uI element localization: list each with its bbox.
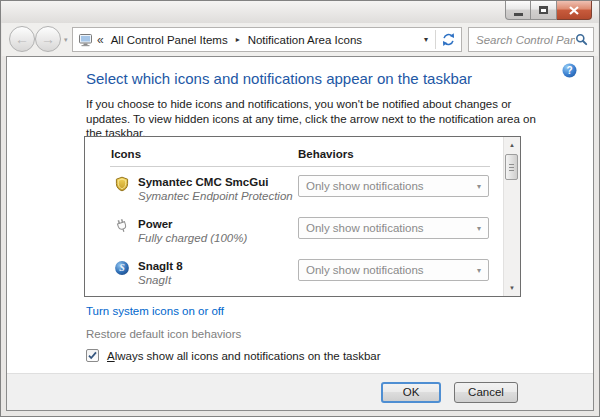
thumb-grip — [509, 164, 514, 165]
title-bar — [1, 1, 599, 23]
minimize-icon — [514, 13, 523, 16]
restore-defaults-link: Restore default icon behaviors — [86, 328, 241, 340]
back-button[interactable]: ← — [9, 26, 35, 52]
column-header-icons: Icons — [111, 148, 141, 160]
row-subtitle: Fully charged (100%) — [138, 232, 247, 244]
list-rows: Symantec CMC SmcGui Symantec Endpoint Pr… — [85, 171, 502, 297]
behavior-value: Only show notifications — [306, 180, 424, 192]
breadcrumb-current[interactable]: Notification Area Icons — [248, 34, 362, 46]
table-row: S SnagIt 8 SnagIt Only show notification… — [85, 255, 502, 297]
row-name: Symantec CMC SmcGui — [138, 176, 268, 188]
close-icon — [569, 6, 579, 15]
behavior-dropdown[interactable]: Only show notifications ▾ — [298, 175, 489, 197]
row-name: SnagIt 8 — [138, 260, 183, 272]
recent-pages-caret-icon[interactable]: ▾ — [64, 36, 68, 44]
checkbox-label[interactable]: Always show all icons and notifications … — [107, 350, 381, 362]
always-show-checkbox-row: Always show all icons and notifications … — [86, 349, 381, 362]
dialog-content: ? Select which icons and notifications a… — [6, 56, 594, 411]
row-subtitle: SnagIt — [138, 274, 171, 286]
behavior-value: Only show notifications — [306, 264, 424, 276]
ok-button[interactable]: OK — [381, 382, 441, 403]
dialog-footer: OK Cancel — [7, 373, 593, 410]
table-row: Symantec CMC SmcGui Symantec Endpoint Pr… — [85, 171, 502, 213]
table-row: Power Fully charged (100%) Only show not… — [85, 213, 502, 255]
scroll-up-icon[interactable]: ▲ — [504, 137, 520, 153]
always-show-checkbox[interactable] — [86, 349, 99, 362]
search-icon[interactable] — [575, 33, 588, 46]
maximize-button[interactable] — [531, 1, 557, 20]
search-input[interactable] — [469, 34, 575, 46]
navigation-bar: ← → ▾ « All Control Panel Items ▸ Notifi… — [2, 23, 598, 56]
scroll-down-icon[interactable]: ▼ — [504, 280, 520, 296]
icons-behaviors-list: Icons Behaviors — [84, 136, 521, 297]
chevron-down-icon: ▾ — [477, 177, 481, 197]
scrollbar-thumb[interactable] — [505, 154, 518, 180]
address-bar[interactable]: « All Control Panel Items ▸ Notification… — [72, 27, 462, 52]
row-name: Power — [138, 218, 173, 230]
breadcrumb-separator-icon[interactable]: ▸ — [236, 35, 240, 44]
list-scrollbar[interactable]: ▲ ▼ — [503, 137, 520, 296]
behavior-dropdown[interactable]: Only show notifications ▾ — [298, 259, 489, 281]
page-title: Select which icons and notifications app… — [86, 70, 472, 87]
svg-text:?: ? — [566, 65, 572, 76]
computer-icon — [78, 33, 93, 47]
checkbox-label-accel: A — [107, 350, 115, 362]
minimize-button[interactable] — [505, 1, 531, 20]
refresh-button[interactable] — [436, 28, 461, 51]
help-icon[interactable]: ? — [562, 63, 577, 80]
header-divider — [110, 166, 490, 167]
window-controls — [505, 1, 592, 20]
behavior-value: Only show notifications — [306, 222, 424, 234]
notification-area-icons-window: ← → ▾ « All Control Panel Items ▸ Notifi… — [0, 0, 600, 417]
check-icon — [87, 350, 98, 361]
breadcrumb-root[interactable]: All Control Panel Items — [111, 34, 228, 46]
address-dropdown-icon[interactable]: ▾ — [417, 35, 435, 44]
refresh-icon — [441, 32, 456, 47]
svg-text:S: S — [119, 262, 125, 273]
power-plug-icon — [114, 218, 130, 234]
chevron-down-icon: ▾ — [477, 219, 481, 239]
checkbox-label-rest: lways show all icons and notifications o… — [115, 350, 381, 362]
search-box — [468, 27, 594, 52]
page-description: If you choose to hide icons and notifica… — [86, 97, 538, 141]
turn-system-icons-link[interactable]: Turn system icons on or off — [86, 305, 224, 317]
symantec-shield-icon — [114, 176, 130, 192]
row-subtitle: Symantec Endpoint Protection — [138, 190, 293, 202]
maximize-icon — [539, 6, 548, 14]
forward-button[interactable]: → — [35, 26, 61, 52]
snagit-icon: S — [114, 260, 130, 276]
close-button[interactable] — [557, 1, 592, 20]
column-header-behaviors: Behaviors — [298, 148, 354, 160]
breadcrumb-overflow-icon[interactable]: « — [97, 33, 104, 47]
chevron-down-icon: ▾ — [477, 261, 481, 281]
cancel-button[interactable]: Cancel — [454, 382, 518, 403]
behavior-dropdown[interactable]: Only show notifications ▾ — [298, 217, 489, 239]
